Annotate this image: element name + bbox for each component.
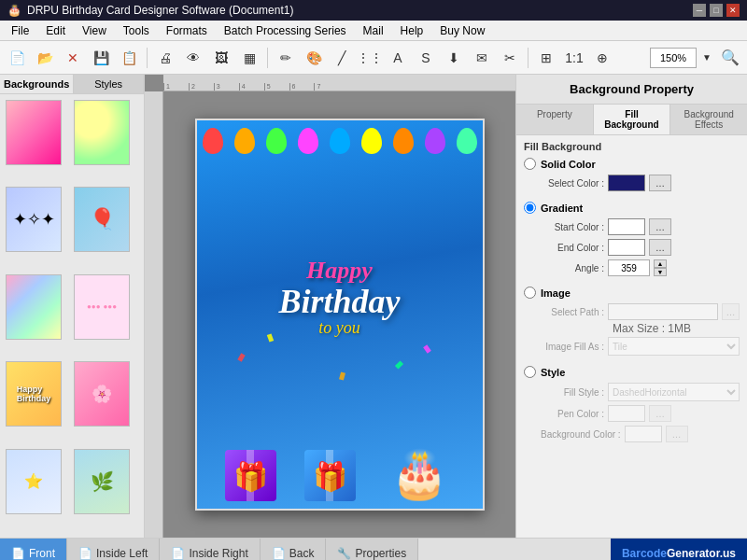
select-color-browse[interactable]: …: [649, 175, 671, 191]
balloon-darkorange: [393, 128, 414, 154]
delete-button[interactable]: ✕: [60, 45, 86, 71]
thumb-8[interactable]: 🌸: [74, 361, 130, 427]
solid-color-label[interactable]: Solid Color: [541, 159, 596, 170]
preview-button[interactable]: 👁: [180, 45, 206, 71]
open-button[interactable]: 📂: [32, 45, 58, 71]
style-radio[interactable]: [524, 366, 536, 378]
tab-property[interactable]: Property: [516, 105, 594, 134]
thumb-10[interactable]: 🌿: [74, 449, 130, 514]
menu-view[interactable]: View: [75, 22, 114, 39]
menu-batch[interactable]: Batch Processing Series: [217, 22, 354, 39]
shapes-button[interactable]: S: [413, 45, 439, 71]
gradient-radio[interactable]: [524, 202, 536, 214]
menu-mail[interactable]: Mail: [356, 22, 391, 39]
main-content: Backgrounds Styles ✦✧✦ 🎈 ●●●●●● HappyBir…: [0, 75, 747, 538]
solid-color-row: Solid Color: [524, 155, 740, 173]
angle-up[interactable]: ▲: [654, 259, 667, 268]
bottom-tab-front[interactable]: 📄 Front: [0, 539, 67, 560]
panel-tabs: Backgrounds Styles: [0, 75, 144, 94]
menu-edit[interactable]: Edit: [38, 22, 73, 39]
email-button[interactable]: ✉: [469, 45, 495, 71]
prop-tabs: Property Fill Background Background Effe…: [516, 105, 747, 135]
end-color-browse[interactable]: …: [649, 239, 671, 256]
gradient-label[interactable]: Gradient: [541, 203, 583, 214]
zoom-input[interactable]: 150%: [650, 48, 697, 68]
thumb-4[interactable]: 🎈: [74, 187, 130, 252]
tab-styles[interactable]: Styles: [74, 75, 144, 93]
zoom-box: 150% ▼ 🔍: [650, 45, 743, 71]
thumb-6[interactable]: ●●●●●●: [74, 274, 130, 340]
pen-color-swatch: [608, 405, 645, 422]
select-color-label: Select Color :: [541, 178, 604, 189]
birthday-card[interactable]: Happy Birthday to you: [195, 119, 485, 511]
image-radio[interactable]: [524, 287, 536, 299]
fill-style-label: Fill Style :: [541, 387, 604, 398]
angle-down[interactable]: ▼: [654, 268, 667, 276]
start-color-swatch[interactable]: [608, 218, 645, 235]
saveas-button[interactable]: 📋: [116, 45, 142, 71]
titlebar-controls[interactable]: ─ □ ✕: [693, 4, 740, 17]
thumb-9[interactable]: ⭐: [6, 449, 62, 514]
bottom-tab-properties[interactable]: 🔧 Properties: [326, 539, 418, 560]
titlebar-left: 🎂 DRPU Birthday Card Designer Software (…: [7, 4, 293, 17]
bottom-tab-inside-right[interactable]: 📄 Inside Right: [160, 539, 260, 560]
path-browse: …: [722, 303, 740, 320]
paint-button[interactable]: 🎨: [301, 45, 327, 71]
inside-right-icon: 📄: [171, 547, 185, 560]
pen-button[interactable]: ✏: [273, 45, 299, 71]
ruler-tick-3: 3: [214, 83, 220, 91]
thumb-5[interactable]: [6, 274, 62, 340]
menu-help[interactable]: Help: [393, 22, 431, 39]
zoom-dropdown[interactable]: ▼: [698, 45, 715, 71]
tab-backgrounds[interactable]: Backgrounds: [0, 75, 74, 93]
menu-formats[interactable]: Formats: [159, 22, 215, 39]
prop-body: Solid Color Select Color : … Gradient St…: [516, 155, 747, 538]
canvas-area[interactable]: 1 2 3 4 5 6 7: [145, 75, 515, 538]
new-button[interactable]: 📄: [4, 45, 30, 71]
tab-background-effects[interactable]: Background Effects: [670, 105, 747, 134]
tab-fill-background[interactable]: Fill Background: [594, 105, 671, 134]
text-button[interactable]: A: [385, 45, 411, 71]
insert-image-button[interactable]: 🖼: [208, 45, 234, 71]
menu-buy[interactable]: Buy Now: [432, 22, 492, 39]
bottom-tab-back[interactable]: 📄 Back: [261, 539, 327, 560]
ratio-button[interactable]: 1:1: [561, 45, 587, 71]
zoomin-button[interactable]: ⊕: [589, 45, 615, 71]
save-button[interactable]: 💾: [88, 45, 114, 71]
thumb-2[interactable]: [74, 100, 130, 165]
thumb-1[interactable]: [6, 100, 62, 165]
select-color-swatch[interactable]: [608, 175, 645, 191]
angle-input[interactable]: 359: [608, 259, 650, 276]
end-color-swatch[interactable]: [608, 239, 645, 256]
thumb-3[interactable]: ✦✧✦: [6, 187, 62, 252]
maximize-button[interactable]: □: [710, 4, 723, 17]
menu-tools[interactable]: Tools: [116, 22, 157, 39]
angle-row: Angle : 359 ▲ ▼: [524, 258, 740, 278]
ruler-top: 1 2 3 4 5 6 7: [163, 75, 515, 91]
image-label[interactable]: Image: [541, 287, 571, 299]
bottom-tab-inside-left[interactable]: 📄 Inside Left: [67, 539, 160, 560]
bottom-bar: 📄 Front 📄 Inside Left 📄 Inside Right 📄 B…: [0, 538, 747, 560]
start-color-browse[interactable]: …: [649, 218, 671, 235]
style-label[interactable]: Style: [541, 367, 565, 378]
minimize-button[interactable]: ─: [693, 4, 706, 17]
end-color-row: End Color : …: [524, 237, 740, 258]
import-button[interactable]: ⬇: [441, 45, 467, 71]
grid-button[interactable]: ⊞: [533, 45, 559, 71]
barcode-button[interactable]: ▦: [236, 45, 262, 71]
cut-button[interactable]: ✂: [497, 45, 523, 71]
bg-color-swatch: [625, 426, 662, 442]
fill-bg-label: Fill Background: [516, 135, 747, 155]
solid-color-radio[interactable]: [524, 158, 536, 170]
start-color-row: Start Color : …: [524, 217, 740, 237]
print-button[interactable]: 🖨: [152, 45, 178, 71]
barcode2-button[interactable]: ⋮⋮: [357, 45, 383, 71]
barcode-banner[interactable]: BarcodeGenerator.us: [611, 539, 747, 560]
zoomout-button[interactable]: 🔍: [717, 45, 743, 71]
line-button[interactable]: ╱: [329, 45, 355, 71]
thumb-7[interactable]: HappyBirthday: [6, 361, 62, 427]
close-button[interactable]: ✕: [726, 4, 740, 17]
titlebar: 🎂 DRPU Birthday Card Designer Software (…: [0, 0, 747, 21]
menu-file[interactable]: File: [4, 22, 36, 39]
barcode-text-white: Generator.us: [667, 547, 736, 560]
